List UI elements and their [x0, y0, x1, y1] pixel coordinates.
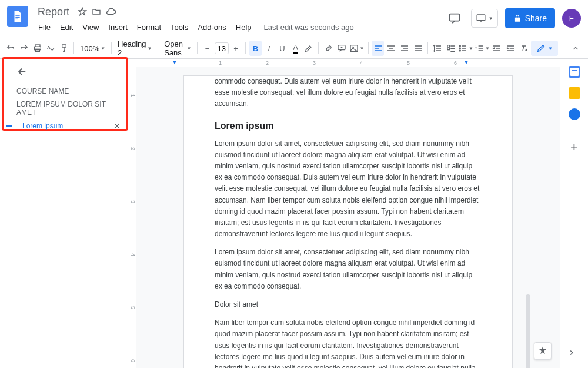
outline-item[interactable]: COURSE NAME — [6, 85, 124, 98]
avatar[interactable]: E — [562, 9, 581, 28]
svg-rect-4 — [477, 15, 485, 21]
paragraph[interactable]: commodo consequat. Duis autem vel eum ir… — [215, 76, 482, 110]
line-spacing-icon[interactable] — [432, 41, 444, 56]
menu-edit[interactable]: Edit — [56, 21, 77, 34]
collapse-toolbar-icon[interactable] — [568, 41, 583, 56]
svg-text:2: 2 — [475, 47, 477, 50]
numbered-list-icon[interactable]: 12▼ — [475, 41, 490, 56]
side-panel-collapse-icon[interactable] — [564, 346, 579, 360]
menu-insert[interactable]: Insert — [104, 21, 132, 34]
font-select[interactable]: Open Sans▼ — [162, 41, 193, 55]
insert-link-icon[interactable] — [322, 41, 335, 56]
main-area: COURSE NAME LOREM IPSUM DOLOR SIT AMET L… — [0, 59, 588, 368]
menu-view[interactable]: View — [78, 21, 103, 34]
share-label: Share — [525, 14, 547, 23]
svg-rect-0 — [15, 15, 19, 16]
comments-icon[interactable] — [445, 9, 464, 28]
svg-point-14 — [459, 45, 460, 47]
doc-wrap: 1 2 3 4 5 6 1 2 3 4 5 6 ▼ ▼ commodo cons… — [128, 59, 560, 368]
text-color-icon[interactable]: A — [289, 41, 302, 56]
bulleted-list-icon[interactable]: ▼ — [458, 41, 473, 56]
explore-button[interactable] — [534, 342, 552, 360]
divider — [567, 130, 582, 130]
paragraph[interactable]: Lorem ipsum dolor sit amet, consectetuer… — [215, 138, 482, 240]
side-panel: + — [560, 59, 588, 368]
outline-item[interactable]: LOREM IPSUM DOLOR SIT AMET — [6, 98, 124, 119]
svg-point-15 — [459, 48, 460, 49]
spellcheck-icon[interactable]: A — [45, 41, 57, 56]
font-size-input[interactable] — [215, 42, 229, 54]
svg-rect-13 — [447, 48, 449, 49]
scrollbar[interactable] — [526, 294, 530, 368]
outline-item-remove-icon[interactable]: ✕ — [113, 121, 121, 131]
svg-point-16 — [459, 50, 460, 51]
paragraph[interactable]: Lorem ipsum dolor sit amet, consectetuer… — [215, 247, 482, 292]
underline-icon[interactable]: U — [276, 41, 289, 56]
menu-addons[interactable]: Add-ons — [193, 21, 230, 34]
menu-format[interactable]: Format — [133, 21, 165, 34]
svg-text:A: A — [47, 45, 51, 50]
indent-marker-left-icon[interactable]: ▼ — [172, 59, 178, 65]
paragraph[interactable]: Dolor sit amet — [215, 299, 482, 310]
outline-active-indicator — [6, 125, 12, 127]
paragraph[interactable]: Nam liber tempor cum soluta nobis eleife… — [215, 317, 482, 368]
keep-icon[interactable] — [569, 87, 580, 99]
zoom-select[interactable]: 100%▼ — [78, 41, 108, 55]
paint-format-icon[interactable] — [58, 41, 71, 56]
menu-bar: File Edit View Insert Format Tools Add-o… — [34, 20, 445, 34]
indent-marker-right-icon[interactable]: ▼ — [463, 59, 469, 65]
style-select[interactable]: Heading 2▼ — [115, 41, 154, 55]
align-justify-icon[interactable] — [412, 41, 424, 56]
doc-title[interactable]: Report — [34, 5, 73, 19]
italic-icon[interactable]: I — [263, 41, 275, 56]
tasks-icon[interactable] — [569, 108, 580, 120]
print-icon[interactable] — [31, 41, 44, 56]
toolbar: A 100%▼ Heading 2▼ Open Sans▼ − + B I U … — [0, 38, 588, 59]
menu-help[interactable]: Help — [232, 21, 256, 34]
last-edit-link[interactable]: Last edit was seconds ago — [264, 23, 354, 32]
outline-item-active[interactable]: Lorem ipsum ✕ — [6, 119, 124, 133]
checklist-icon[interactable] — [445, 41, 457, 56]
title-area: Report File Edit View Insert Format Tool… — [34, 5, 445, 34]
move-icon[interactable] — [92, 7, 101, 16]
svg-rect-7 — [35, 49, 39, 51]
cloud-status-icon[interactable] — [106, 6, 116, 17]
align-center-icon[interactable] — [385, 41, 397, 56]
outline-panel: COURSE NAME LOREM IPSUM DOLOR SIT AMET L… — [2, 57, 128, 131]
clear-formatting-icon[interactable] — [517, 41, 530, 56]
docs-logo-icon[interactable] — [7, 6, 28, 27]
align-left-icon[interactable] — [372, 41, 384, 56]
add-addon-icon[interactable]: + — [570, 140, 578, 155]
align-right-icon[interactable] — [399, 41, 411, 56]
outline-item-label: Lorem ipsum — [22, 122, 63, 130]
heading-2[interactable]: Lorem ipsum — [215, 121, 482, 131]
header-right: ▼ Share E — [445, 8, 581, 28]
svg-rect-3 — [449, 14, 459, 21]
horizontal-ruler: 1 2 3 4 5 6 ▼ ▼ — [136, 59, 560, 67]
undo-icon[interactable] — [5, 41, 17, 56]
star-icon[interactable] — [78, 7, 87, 16]
highlight-color-icon[interactable] — [303, 41, 315, 56]
font-size-decrease-icon[interactable]: − — [201, 41, 213, 56]
insert-comment-icon[interactable] — [336, 41, 348, 56]
present-button[interactable]: ▼ — [471, 9, 498, 28]
share-button[interactable]: Share — [505, 8, 555, 28]
outline-back-icon[interactable] — [14, 64, 31, 80]
editing-mode-button[interactable]: ▼ — [531, 41, 558, 56]
insert-image-icon[interactable]: ▼ — [349, 41, 365, 56]
svg-rect-12 — [447, 45, 449, 47]
redo-icon[interactable] — [18, 41, 31, 56]
menu-file[interactable]: File — [34, 21, 55, 34]
vertical-ruler: 1 2 3 4 5 6 — [128, 59, 136, 368]
page[interactable]: commodo consequat. Duis autem vel eum ir… — [183, 75, 513, 368]
header: Report File Edit View Insert Format Tool… — [0, 0, 588, 38]
svg-rect-2 — [15, 19, 18, 19]
decrease-indent-icon[interactable] — [491, 41, 503, 56]
menu-tools[interactable]: Tools — [166, 21, 192, 34]
bold-icon[interactable]: B — [249, 41, 262, 56]
svg-rect-1 — [15, 17, 19, 18]
font-size-increase-icon[interactable]: + — [230, 41, 242, 56]
document-scroll[interactable]: commodo consequat. Duis autem vel eum ir… — [136, 67, 560, 368]
calendar-icon[interactable] — [569, 66, 580, 78]
increase-indent-icon[interactable] — [505, 41, 517, 56]
